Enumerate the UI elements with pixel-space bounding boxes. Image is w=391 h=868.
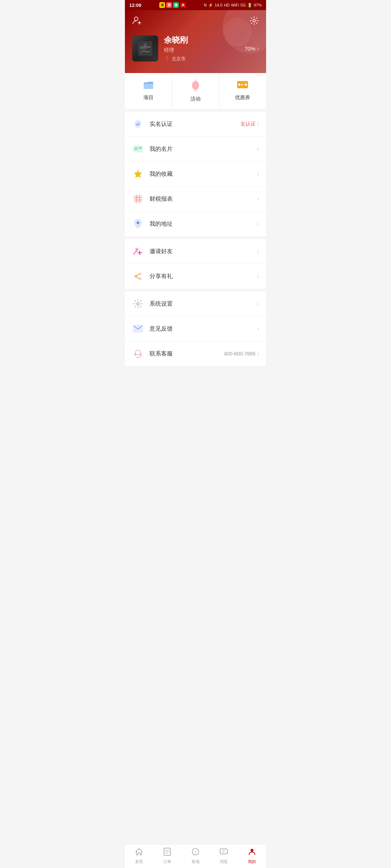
svg-point-9 [192, 81, 199, 90]
bluetooth-icon: ⚡ [208, 3, 213, 8]
svg-point-0 [134, 17, 138, 21]
svg-rect-22 [134, 195, 142, 203]
chevron-icon: › [257, 221, 259, 227]
profile-info: 余晓刚 经理 📍 北京市 [164, 35, 239, 62]
share-icon [132, 271, 144, 282]
user-avatar[interactable] [132, 35, 158, 61]
cctv-icon: 央 [180, 2, 186, 8]
chevron-icon: › [257, 121, 259, 127]
svg-rect-38 [134, 353, 136, 356]
menu-item-real-name[interactable]: 实名认证 去认证 › [125, 112, 266, 137]
menu-item-share-gift[interactable]: 分享有礼 › [125, 264, 266, 289]
real-name-text: 实名认证 [150, 120, 240, 128]
address-text: 我的地址 [150, 220, 257, 228]
share-gift-text: 分享有礼 [150, 273, 257, 280]
feedback-right: › [257, 326, 259, 332]
status-system-icons: N ⚡ 14.0 HD WiFi 5G 🔋 97% [204, 3, 262, 8]
quick-tabs-section: 项目 活动 ¥ 优惠券 [125, 73, 266, 112]
real-name-right: 去认证 › [240, 121, 259, 127]
menu-section-3: 系统设置 › 意见反馈 › 联系客服 400-600-7886 [125, 292, 266, 366]
profile-completion[interactable]: 70% › [245, 45, 259, 52]
chevron-icon: › [257, 350, 259, 357]
svg-rect-36 [133, 325, 143, 332]
phone-number: 400-600-7886 [224, 351, 255, 357]
svg-point-34 [134, 275, 136, 277]
svg-rect-20 [139, 147, 142, 149]
tax-right: › [257, 196, 259, 202]
svg-rect-5 [140, 47, 151, 47]
wifi-icon: WiFi [231, 3, 239, 7]
address-pin-icon [132, 218, 144, 230]
svg-point-32 [139, 273, 142, 275]
user-name: 余晓刚 [164, 35, 239, 46]
meituan-icon: 美 [159, 2, 165, 8]
avatar-image [132, 35, 158, 61]
gear-icon [132, 298, 144, 310]
svg-point-29 [136, 249, 138, 251]
customer-service-text: 联系客服 [150, 350, 224, 358]
header-top-bar [132, 16, 259, 27]
tax-table-icon [132, 193, 144, 205]
share-right: › [257, 273, 259, 280]
settings-right: › [257, 301, 259, 307]
business-card-text: 我的名片 [150, 145, 257, 153]
customer-service-right: 400-600-7886 › [224, 350, 259, 357]
data-speed: 14.0 [215, 3, 222, 7]
wechat-icon: 微 [173, 2, 179, 8]
menu-section-1: 实名认证 去认证 › 我的名片 › 我的收藏 › [125, 112, 266, 236]
chevron-icon: › [257, 273, 259, 280]
location-text: 北京市 [172, 56, 186, 62]
profile-header: 余晓刚 经理 📍 北京市 70% › [125, 10, 266, 73]
location-pin-icon: 📍 [164, 56, 170, 62]
tax-report-text: 财税报表 [150, 195, 257, 203]
menu-item-feedback[interactable]: 意见反馈 › [125, 316, 266, 341]
settings-button[interactable] [249, 16, 259, 27]
coupons-icon: ¥ [237, 80, 248, 92]
pinduoduo-icon: 拼 [166, 2, 172, 8]
chevron-icon: › [257, 248, 259, 255]
tab-projects[interactable]: 项目 [125, 73, 172, 109]
nfc-icon: N [204, 3, 207, 7]
hd-icon: HD [224, 3, 230, 7]
chevron-icon: › [257, 326, 259, 332]
activities-label: 活动 [190, 96, 201, 102]
star-icon [132, 168, 144, 180]
svg-rect-8 [144, 84, 153, 89]
svg-point-3 [253, 20, 256, 22]
battery-icon: 🔋 [247, 3, 252, 8]
svg-marker-21 [134, 170, 142, 178]
svg-point-7 [143, 43, 147, 47]
menu-item-business-card[interactable]: 我的名片 › [125, 137, 266, 162]
coupons-label: 优惠券 [235, 94, 250, 101]
status-time: 12:09 [129, 3, 141, 8]
menu-item-tax-report[interactable]: 财税报表 › [125, 187, 266, 212]
projects-icon [143, 80, 154, 92]
progress-arrow-icon: › [257, 45, 259, 52]
svg-rect-6 [140, 48, 147, 49]
menu-item-favorites[interactable]: 我的收藏 › [125, 162, 266, 187]
chevron-icon: › [257, 171, 259, 177]
shield-icon [132, 118, 144, 130]
svg-rect-39 [140, 353, 142, 356]
settings-text: 系统设置 [150, 300, 257, 308]
user-location: 📍 北京市 [164, 56, 239, 62]
svg-text:¥: ¥ [241, 83, 243, 87]
user-title: 经理 [164, 47, 239, 54]
menu-item-address[interactable]: 我的地址 › [125, 212, 266, 236]
app-notification-icons: 美 拼 微 央 [159, 2, 186, 8]
chevron-icon: › [257, 146, 259, 152]
tab-coupons[interactable]: ¥ 优惠券 [219, 73, 266, 109]
menu-item-customer-service[interactable]: 联系客服 400-600-7886 › [125, 341, 266, 366]
progress-percent: 70% [245, 46, 256, 52]
menu-item-invite[interactable]: 邀请好友 › [125, 239, 266, 264]
profile-section: 余晓刚 经理 📍 北京市 70% › [132, 35, 259, 62]
headset-icon [132, 348, 144, 359]
favorites-text: 我的收藏 [150, 170, 257, 178]
signal-icon: 5G [240, 3, 246, 7]
envelope-icon [132, 323, 144, 335]
menu-item-settings[interactable]: 系统设置 › [125, 292, 266, 316]
tab-activities[interactable]: 活动 [172, 73, 219, 109]
card-right: › [257, 146, 259, 152]
svg-point-35 [137, 303, 139, 305]
add-friend-button[interactable] [132, 16, 142, 27]
